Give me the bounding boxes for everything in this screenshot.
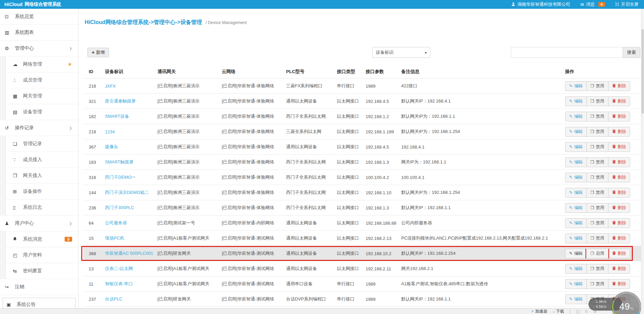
device-name-link[interactable]: 摄像头 <box>105 144 118 149</box>
disable-button[interactable]: ❒禁用 <box>586 127 608 136</box>
edit-button[interactable]: ✎编辑 <box>565 279 586 289</box>
device-name-link[interactable]: JXFX <box>105 84 116 89</box>
disable-button[interactable]: ❒禁用 <box>586 82 608 91</box>
sidebar-item-plus-square[interactable]: ⊞设备操作 <box>0 184 78 200</box>
search-input[interactable] <box>511 47 623 58</box>
device-name-link[interactable]: 西门子DEMO一 <box>105 175 136 180</box>
edit-button[interactable]: ✎编辑 <box>565 234 586 243</box>
sidebar-item-cloud[interactable]: ☁网络管理★ <box>0 57 78 72</box>
table-row: 321昆仑通泰触摸屏[已启用]株洲三菱演示[已启用]华辰智通-体验网络通用以太网… <box>83 94 642 109</box>
sidebar-item-file[interactable]: ▯系统日志 <box>0 200 78 216</box>
browser-bar-download[interactable]: ↓下载 <box>553 309 564 314</box>
delete-button[interactable]: 删除 <box>608 82 630 91</box>
filter-field-select[interactable]: 设备标识 ▾ <box>372 47 430 58</box>
device-name-link[interactable]: SMART设备 <box>105 114 129 119</box>
search-button[interactable]: 搜索 <box>623 47 640 58</box>
device-name-link[interactable]: SMART触摸屏 <box>105 159 133 164</box>
delete-button[interactable]: 删除 <box>608 219 630 228</box>
device-name-link[interactable]: 现场PC机 <box>105 236 124 241</box>
disable-button[interactable]: ❒禁用 <box>586 203 608 212</box>
disable-button[interactable]: ❒禁用 <box>586 219 608 228</box>
delete-button[interactable]: 删除 <box>608 249 630 258</box>
delete-button[interactable]: 删除 <box>608 158 630 167</box>
edit-button[interactable]: ✎编辑 <box>565 188 586 197</box>
fullscreen-toggle[interactable]: 开启全屏 <box>615 1 639 7</box>
device-name-link[interactable]: 西门子演示DEMO箱二 <box>105 190 149 195</box>
sidebar-item-share-square[interactable]: ❐网关接入 <box>0 168 78 184</box>
delete-button[interactable]: 删除 <box>608 279 630 289</box>
column-header: 备注信息 <box>401 69 565 75</box>
progress-percent: 49 <box>619 301 630 312</box>
sidebar-item-chart[interactable]: ▥系统图表 <box>0 25 78 41</box>
edit-button[interactable]: ✎编辑 <box>565 173 586 182</box>
sidebar-item-label: 系统公告 <box>17 301 36 308</box>
device-name-link[interactable]: 台达PLC <box>105 296 122 301</box>
add-device-button[interactable]: + 新增 <box>87 48 109 57</box>
disable-button[interactable]: ❒禁用 <box>586 142 608 152</box>
disable-button[interactable]: ❒禁用 <box>586 188 608 197</box>
delete-button[interactable]: 删除 <box>608 127 630 136</box>
edit-button[interactable]: ✎编辑 <box>565 97 586 106</box>
sidebar-item-password-reset[interactable]: ⇆密码重置 <box>0 263 78 279</box>
action-button-group: ✎编辑❒禁用删除 <box>565 127 630 137</box>
sidebar-item-calendar[interactable]: ▤设备管理 <box>0 104 78 120</box>
device-name-link[interactable]: 西门子300PLC <box>105 205 134 210</box>
disable-button[interactable]: ❒禁用 <box>586 264 608 273</box>
disable-button[interactable]: ❒禁用 <box>586 112 608 121</box>
vertical-scrollbar[interactable] <box>641 9 644 314</box>
action-button-group: ✎编辑❒禁用删除 <box>565 142 630 152</box>
disable-button[interactable]: ❒禁用 <box>586 97 608 106</box>
scrollbar-thumb[interactable] <box>642 29 644 114</box>
edit-button[interactable]: ✎编辑 <box>565 219 586 228</box>
device-name-link[interactable]: 华辰智通AC 500PLC001 <box>105 251 153 256</box>
device-name-link[interactable]: 智能仪表-串口 <box>105 281 133 286</box>
edit-button[interactable]: ✎编辑 <box>565 249 586 258</box>
device-name-link[interactable]: 1234 <box>105 129 115 134</box>
sidebar-item-monitor[interactable]: ⊡系统总览 <box>0 9 78 25</box>
sidebar-item-file-text[interactable]: ❏管理记录 <box>0 136 78 152</box>
sidebar-item-grid[interactable]: ▦网关管理 <box>0 88 78 104</box>
messages-link[interactable]: ✉ 消息 0 <box>580 1 605 7</box>
delete-button[interactable]: 删除 <box>608 234 630 243</box>
sidebar-item-cards[interactable]: ◰用户资料 <box>0 247 78 263</box>
disable-button[interactable]: ❒禁用 <box>586 279 608 289</box>
sidebar-item-bell[interactable]: 系统消息0 <box>0 231 78 247</box>
disable-button[interactable]: ❒禁用 <box>586 158 608 167</box>
sidebar: ⊡系统总览▥系统图表⚙管理中心❯☁网络管理★∴成员管理▦网关管理▤设备管理↺操作… <box>0 9 79 314</box>
browser-bar-accelerator[interactable]: ⚡加速器 <box>531 309 548 314</box>
delete-button[interactable]: 删除 <box>608 97 630 106</box>
edit-button[interactable]: ✎编辑 <box>565 264 586 273</box>
sidebar-item-history[interactable]: ↺操作记录❯ <box>0 120 78 136</box>
device-name-link[interactable]: 公司服务器 <box>105 220 127 225</box>
device-name-link[interactable]: 昆仑通泰触摸屏 <box>105 98 136 104</box>
company-menu[interactable]: 湖南华辰智通科技有限公司 <box>511 1 570 7</box>
progress-percent-unit: % <box>630 307 634 311</box>
enable-button[interactable]: ❒启用 <box>586 249 608 258</box>
star-icon[interactable]: ✩ <box>585 309 588 314</box>
sidebar-item-users[interactable]: ♟用户中心❯ <box>0 216 78 231</box>
disable-button[interactable]: ❒禁用 <box>586 234 608 243</box>
sidebar-item-share[interactable]: ∵成员接入 <box>0 152 78 168</box>
chevron-right-icon: ❯ <box>69 126 72 130</box>
sidebar-item-logout[interactable]: ↪注销 <box>0 279 78 295</box>
edit-button[interactable]: ✎编辑 <box>565 142 586 152</box>
window-icon[interactable]: ▢ <box>576 309 579 314</box>
sidebar-item-gears[interactable]: ⚙管理中心❯ <box>0 41 78 57</box>
edit-button[interactable]: ✎编辑 <box>565 82 586 91</box>
edit-button[interactable]: ✎编辑 <box>565 112 586 121</box>
edit-button[interactable]: ✎编辑 <box>565 295 586 304</box>
disable-button[interactable]: ❒禁用 <box>586 173 608 182</box>
delete-button[interactable]: 删除 <box>608 188 630 197</box>
device-name-link[interactable]: 仪表二-以太网 <box>105 266 133 271</box>
action-button-group: ✎编辑❒禁用删除 <box>565 96 630 106</box>
edit-button[interactable]: ✎编辑 <box>565 127 586 136</box>
delete-button[interactable]: 删除 <box>608 173 630 182</box>
edit-button[interactable]: ✎编辑 <box>565 158 586 167</box>
sidebar-item-sitemap[interactable]: ∴成员管理 <box>0 72 78 88</box>
cell-cloud: [已启用]华辰智通-体验网络 <box>222 159 286 165</box>
edit-button[interactable]: ✎编辑 <box>565 203 586 212</box>
delete-button[interactable]: 删除 <box>608 264 630 273</box>
delete-button[interactable]: 删除 <box>608 112 630 121</box>
delete-button[interactable]: 删除 <box>608 142 630 152</box>
delete-button[interactable]: 删除 <box>608 203 630 212</box>
